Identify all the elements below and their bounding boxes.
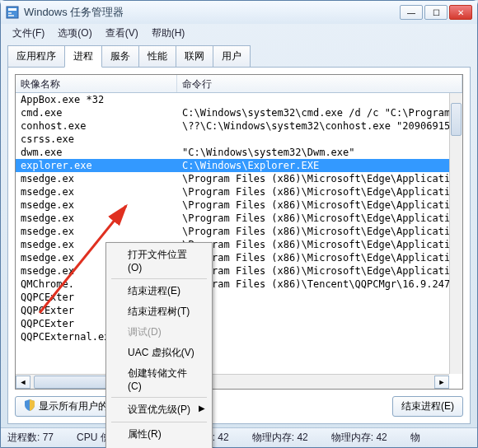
cell-name: msedge.ex bbox=[16, 172, 177, 185]
col-command-line[interactable]: 命令行 bbox=[177, 75, 462, 92]
menu-view[interactable]: 查看(V) bbox=[101, 25, 143, 42]
table-row[interactable]: AppBox.exe *32 bbox=[16, 93, 449, 106]
table-row[interactable]: msedge.ex\Program Files (x86)\Microsoft\… bbox=[16, 212, 449, 225]
tab-0[interactable]: 应用程序 bbox=[7, 45, 65, 67]
cell-cmd: \Program Files (x86)\Microsoft\Edge\Appl… bbox=[177, 198, 449, 212]
context-menu-item: 调试(D) bbox=[108, 322, 210, 343]
context-menu-item[interactable]: 属性(R) bbox=[108, 424, 210, 445]
scroll-thumb[interactable] bbox=[451, 103, 462, 136]
cell-cmd bbox=[177, 330, 449, 343]
menu-separator bbox=[111, 278, 207, 279]
cell-cmd bbox=[177, 93, 449, 106]
menu-separator bbox=[111, 422, 207, 422]
context-menu-item[interactable]: UAC 虚拟化(V) bbox=[108, 343, 210, 363]
tabs: 应用程序进程服务性能联网用户 bbox=[7, 45, 471, 67]
cell-name: dwm.exe bbox=[16, 146, 177, 159]
cell-cmd: \Program Files (x86)\Microsoft\Edge\Appl… bbox=[177, 238, 449, 251]
menu-help[interactable]: 帮助(H) bbox=[147, 25, 190, 42]
cell-name: csrss.exe bbox=[16, 133, 177, 146]
cell-name: msedge.ex bbox=[16, 212, 177, 225]
table-row[interactable]: csrss.exe bbox=[16, 133, 449, 146]
cell-name: AppBox.exe *32 bbox=[16, 93, 177, 106]
cell-cmd: \Program Files (x86)\Microsoft\Edge\Appl… bbox=[177, 172, 449, 185]
table-row[interactable]: conhost.exe\??\C:\Windows\system32\conho… bbox=[16, 119, 449, 133]
cell-cmd: C:\Windows\Explorer.EXE bbox=[177, 159, 449, 172]
svg-rect-2 bbox=[8, 12, 12, 14]
context-menu-item[interactable]: 创建转储文件(C) bbox=[108, 363, 210, 395]
table-row[interactable]: msedge.ex\Program Files (x86)\Microsoft\… bbox=[16, 172, 449, 185]
status-mem-2: 物理内存: 42 bbox=[252, 431, 308, 445]
table-row[interactable]: msedge.ex\Program Files (x86)\Microsoft\… bbox=[16, 185, 449, 198]
table-row[interactable]: cmd.exeC:\Windows\system32\cmd.exe /d /c… bbox=[16, 106, 449, 119]
svg-rect-3 bbox=[8, 15, 14, 16]
cell-name: msedge.ex bbox=[16, 225, 177, 238]
close-button[interactable]: ✕ bbox=[449, 5, 472, 20]
status-mem-3: 物理内存: 42 bbox=[331, 431, 387, 445]
cell-cmd: \Program Files (x86)\Microsoft\Edge\Appl… bbox=[177, 212, 449, 225]
cell-cmd: \Program Files (x86)\Microsoft\Edge\Appl… bbox=[177, 251, 449, 264]
table-row[interactable]: msedge.ex\Program Files (x86)\Microsoft\… bbox=[16, 225, 449, 238]
vertical-scrollbar[interactable] bbox=[449, 93, 462, 374]
context-menu-item[interactable]: 转到服务(S) bbox=[108, 445, 210, 448]
svg-rect-1 bbox=[8, 8, 16, 11]
cell-name: conhost.exe bbox=[16, 119, 177, 133]
context-menu-item[interactable]: 结束进程(E) bbox=[108, 281, 210, 301]
table-row[interactable]: QMChrome.\Program Files (x86)\Tencent\QQ… bbox=[16, 278, 449, 291]
bottom-row: 显示所有用户的进程(S) 结束进程(E) bbox=[15, 396, 463, 417]
cell-cmd: C:\Windows\system32\cmd.exe /d /c "C:\Pr… bbox=[177, 106, 449, 119]
context-menu-item[interactable]: 结束进程树(T) bbox=[108, 301, 210, 322]
app-icon bbox=[6, 6, 19, 19]
shield-icon bbox=[24, 399, 35, 411]
cell-cmd: \??\C:\Windows\system32\conhost.exe "209… bbox=[177, 119, 449, 133]
cell-cmd: \Program Files (x86)\Microsoft\Edge\Appl… bbox=[177, 264, 449, 278]
table-row[interactable]: QQPCExternal.exe *32 bbox=[16, 330, 449, 343]
task-manager-window: Windows 任务管理器 — ☐ ✕ 文件(F) 选项(O) 查看(V) 帮助… bbox=[0, 0, 478, 448]
scroll-right-icon[interactable]: ► bbox=[434, 376, 449, 389]
cell-cmd: \Program Files (x86)\Microsoft\Edge\Appl… bbox=[177, 185, 449, 198]
cell-name: msedge.ex bbox=[16, 185, 177, 198]
tab-4[interactable]: 联网 bbox=[176, 45, 213, 67]
col-image-name[interactable]: 映像名称 bbox=[16, 75, 177, 92]
table-header: 映像名称 命令行 bbox=[16, 75, 462, 93]
cell-cmd bbox=[177, 133, 449, 146]
table-row[interactable]: QQPCExter bbox=[16, 291, 449, 304]
end-process-button[interactable]: 结束进程(E) bbox=[392, 396, 463, 417]
horizontal-scrollbar[interactable]: ◄ ► bbox=[16, 374, 449, 389]
table-row[interactable]: QQPCExter bbox=[16, 317, 449, 330]
maximize-button[interactable]: ☐ bbox=[424, 5, 448, 20]
submenu-arrow-icon: ▶ bbox=[199, 404, 205, 413]
tab-5[interactable]: 用户 bbox=[213, 45, 251, 67]
tab-2[interactable]: 服务 bbox=[101, 45, 139, 67]
scroll-left-icon[interactable]: ◄ bbox=[16, 376, 30, 389]
table-row[interactable]: explorer.exeC:\Windows\Explorer.EXE bbox=[16, 159, 449, 172]
table-body[interactable]: AppBox.exe *32cmd.exeC:\Windows\system32… bbox=[16, 93, 449, 374]
cell-name: explorer.exe bbox=[16, 159, 177, 172]
cell-cmd bbox=[177, 291, 449, 304]
table-row[interactable]: QQPCExter bbox=[16, 304, 449, 317]
cell-cmd bbox=[177, 317, 449, 330]
context-menu-item[interactable]: 打开文件位置(O) bbox=[108, 245, 210, 277]
cell-cmd bbox=[177, 304, 449, 317]
status-process-count: 进程数: 77 bbox=[7, 431, 54, 445]
table-row[interactable]: msedge.ex\Program Files (x86)\Microsoft\… bbox=[16, 251, 449, 264]
menubar: 文件(F) 选项(O) 查看(V) 帮助(H) bbox=[1, 24, 477, 42]
tab-1[interactable]: 进程 bbox=[64, 45, 102, 68]
cell-name: cmd.exe bbox=[16, 106, 177, 119]
tab-3[interactable]: 性能 bbox=[138, 45, 176, 67]
menu-file[interactable]: 文件(F) bbox=[7, 25, 49, 42]
cell-name: msedge.ex bbox=[16, 198, 177, 212]
cell-cmd: "C:\Windows\system32\Dwm.exe" bbox=[177, 146, 449, 159]
table-row[interactable]: msedge.ex\Program Files (x86)\Microsoft\… bbox=[16, 264, 449, 278]
context-menu-item[interactable]: 设置优先级(P)▶ bbox=[108, 399, 210, 420]
titlebar[interactable]: Windows 任务管理器 — ☐ ✕ bbox=[1, 1, 477, 24]
statusbar: 进程数: 77 CPU 使用率: 4% 物理内存: 42 物理内存: 42 物理… bbox=[1, 427, 477, 447]
table-row[interactable]: dwm.exe"C:\Windows\system32\Dwm.exe" bbox=[16, 146, 449, 159]
minimize-button[interactable]: — bbox=[400, 5, 423, 20]
table-row[interactable]: msedge.ex\Program Files (x86)\Microsoft\… bbox=[16, 238, 449, 251]
cell-cmd: \Program Files (x86)\Microsoft\Edge\Appl… bbox=[177, 225, 449, 238]
table-row[interactable]: msedge.ex\Program Files (x86)\Microsoft\… bbox=[16, 198, 449, 212]
window-title: Windows 任务管理器 bbox=[24, 5, 400, 20]
cell-cmd: \Program Files (x86)\Tencent\QQPCMgr\16.… bbox=[177, 278, 449, 291]
menu-options[interactable]: 选项(O) bbox=[53, 25, 96, 42]
status-extra: 物 bbox=[410, 431, 420, 445]
